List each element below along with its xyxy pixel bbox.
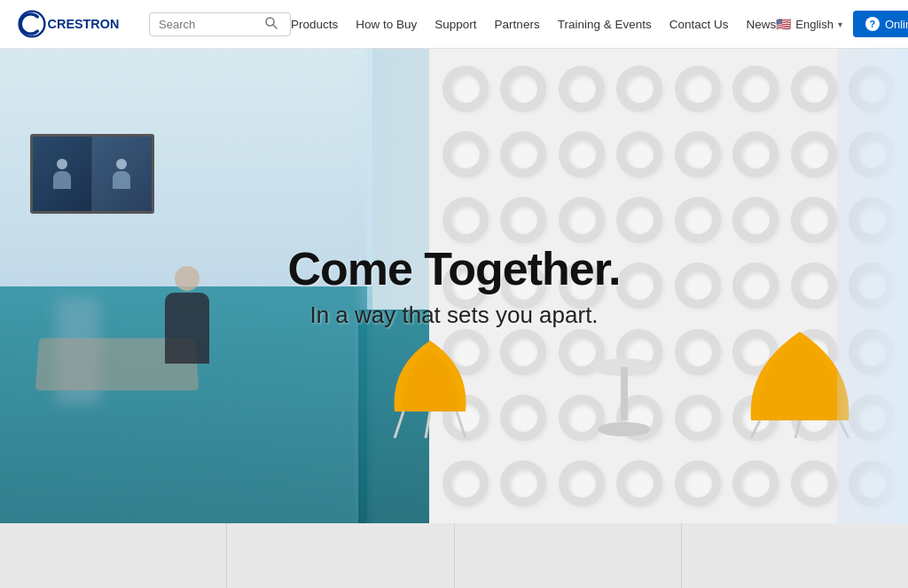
help-circle-icon: ? <box>865 17 880 31</box>
logo-area[interactable]: CRESTRON <box>18 10 131 38</box>
ring-item <box>613 255 668 317</box>
nav-news[interactable]: News <box>746 18 776 31</box>
window-light <box>837 49 908 523</box>
ring-item <box>497 387 552 449</box>
svg-text:CRESTRON: CRESTRON <box>48 17 120 31</box>
ring-item <box>554 123 609 185</box>
nav-training-events[interactable]: Training & Events <box>558 18 652 31</box>
search-button[interactable] <box>265 17 278 32</box>
nav-contact-us[interactable]: Contact Us <box>669 18 729 31</box>
ring-item <box>497 321 552 383</box>
video-person-body-1 <box>53 171 71 189</box>
hero-subtitle: In a way that sets you apart. <box>287 302 620 329</box>
video-person-head-1 <box>57 159 67 169</box>
ring-item <box>670 58 725 120</box>
seated-person-head <box>175 266 200 291</box>
search-icon <box>265 17 278 29</box>
ring-item <box>438 58 493 120</box>
ring-item <box>670 255 725 317</box>
tv-left-feed <box>33 137 92 211</box>
ring-item <box>670 452 725 514</box>
language-selector[interactable]: 🇺🇸 English ▾ <box>776 17 842 31</box>
bottom-card-3 <box>455 523 682 588</box>
ring-item <box>554 452 609 514</box>
ring-item <box>787 58 841 120</box>
ring-item <box>729 123 784 185</box>
nav-partners[interactable]: Partners <box>495 18 540 31</box>
bottom-section <box>0 523 908 588</box>
ring-item <box>787 123 841 185</box>
ring-item <box>438 123 493 185</box>
nav-products[interactable]: Products <box>291 18 338 31</box>
ring-item <box>787 452 841 514</box>
ring-item <box>438 452 493 514</box>
tv-right-feed <box>91 137 152 211</box>
ring-item <box>613 123 668 185</box>
seated-person-body <box>165 293 209 364</box>
tv-screen <box>30 134 154 214</box>
seated-person <box>160 266 214 381</box>
svg-line-5 <box>426 412 430 438</box>
ring-item <box>497 123 552 185</box>
bottom-cards <box>0 523 908 588</box>
online-help-label: Online Help <box>885 18 908 31</box>
hero-text-overlay: Come Together. In a way that sets you ap… <box>287 243 620 328</box>
lang-label: English <box>795 18 834 31</box>
ring-item <box>497 58 552 120</box>
side-table <box>589 358 660 438</box>
chevron-down-icon: ▾ <box>838 20 842 29</box>
ring-item <box>729 189 784 251</box>
ring-item <box>729 452 784 514</box>
flag-icon: 🇺🇸 <box>776 17 791 31</box>
ring-item <box>670 321 725 383</box>
ring-item <box>613 452 668 514</box>
svg-line-8 <box>795 420 800 438</box>
svg-line-3 <box>273 25 277 28</box>
ring-item <box>554 58 609 120</box>
ring-item <box>787 189 841 251</box>
main-navigation: Products How to Buy Support Partners Tra… <box>291 18 776 31</box>
ring-item <box>613 189 668 251</box>
hero-title: Come Together. <box>287 243 620 294</box>
hero-section: Come Together. In a way that sets you ap… <box>0 49 908 523</box>
nav-support[interactable]: Support <box>434 18 476 31</box>
ring-item <box>670 123 725 185</box>
svg-line-4 <box>395 412 403 438</box>
svg-rect-11 <box>621 367 628 420</box>
right-navigation: 🇺🇸 English ▾ ? Online Help Register | Si… <box>776 11 908 37</box>
bottom-card-4 <box>682 523 908 588</box>
logo-and-search: CRESTRON <box>18 10 291 38</box>
video-person-body-2 <box>113 171 130 189</box>
svg-line-6 <box>457 412 466 438</box>
ring-item <box>613 58 668 120</box>
bottom-card-2 <box>227 523 454 588</box>
nav-how-to-buy[interactable]: How to Buy <box>356 18 417 31</box>
ring-item <box>729 58 784 120</box>
svg-line-7 <box>751 420 760 438</box>
bottom-card-1 <box>0 523 227 588</box>
online-help-button[interactable]: ? Online Help <box>853 11 908 37</box>
search-wrapper[interactable] <box>149 12 291 36</box>
top-navigation-bar: CRESTRON Products How to Buy Support Par… <box>0 0 908 49</box>
ring-item <box>670 387 725 449</box>
search-input[interactable] <box>159 18 265 31</box>
video-person-head-2 <box>116 159 127 169</box>
ring-item <box>497 452 552 514</box>
svg-point-12 <box>598 422 651 436</box>
crestron-logo: CRESTRON <box>18 10 131 38</box>
ring-item <box>670 189 725 251</box>
